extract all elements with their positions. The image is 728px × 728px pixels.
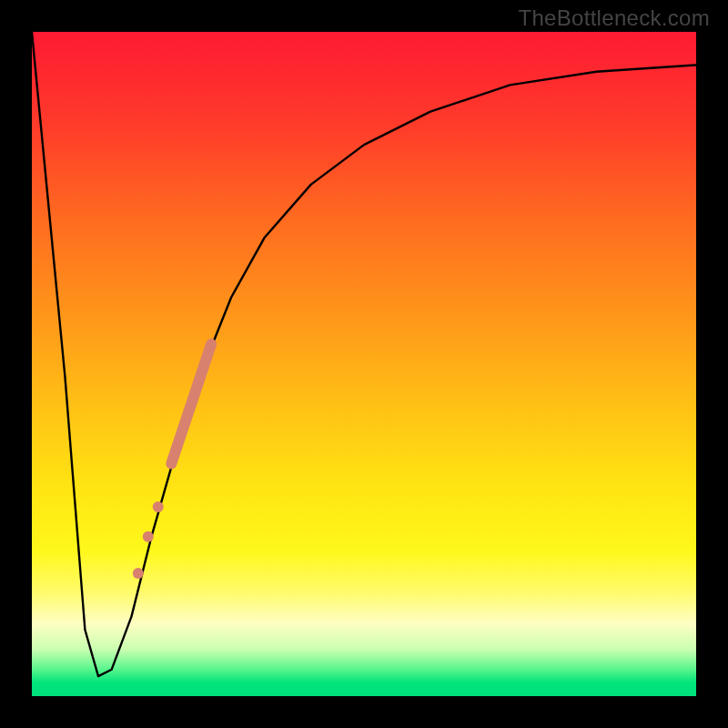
bottleneck-curve xyxy=(32,32,696,676)
highlight-dot xyxy=(143,531,154,542)
highlight-segment xyxy=(171,344,211,463)
highlight-dot xyxy=(133,568,144,579)
watermark-text: TheBottleneck.com xyxy=(518,5,710,31)
chart-frame: TheBottleneck.com xyxy=(0,0,728,728)
curve-layer xyxy=(32,32,696,696)
plot-area xyxy=(32,32,696,696)
highlight-dot xyxy=(153,501,164,512)
